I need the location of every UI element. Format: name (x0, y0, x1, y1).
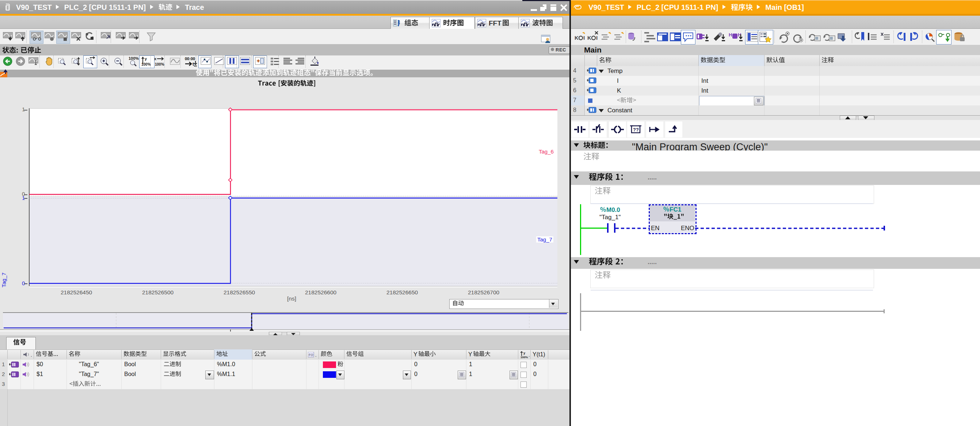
svg-text:t: t (192, 62, 194, 67)
svg-text:00:00: 00:00 (185, 57, 195, 61)
svg-text:x: x (154, 57, 157, 61)
svg-text:100%: 100% (520, 356, 528, 359)
svg-text:H: H (729, 32, 732, 38)
svg-text:K: K (587, 35, 591, 41)
svg-text:I: I (583, 35, 585, 41)
svg-text:??: ?? (633, 127, 639, 132)
svg-text:K: K (574, 35, 579, 41)
svg-text:y: y (145, 57, 147, 61)
svg-text:100%: 100% (129, 56, 139, 60)
svg-text:I: I (596, 35, 598, 41)
svg-text:FO: FO (309, 353, 313, 357)
svg-text:y: y (523, 351, 525, 355)
svg-text:100%: 100% (142, 62, 151, 67)
svg-text:100%: 100% (155, 62, 164, 67)
